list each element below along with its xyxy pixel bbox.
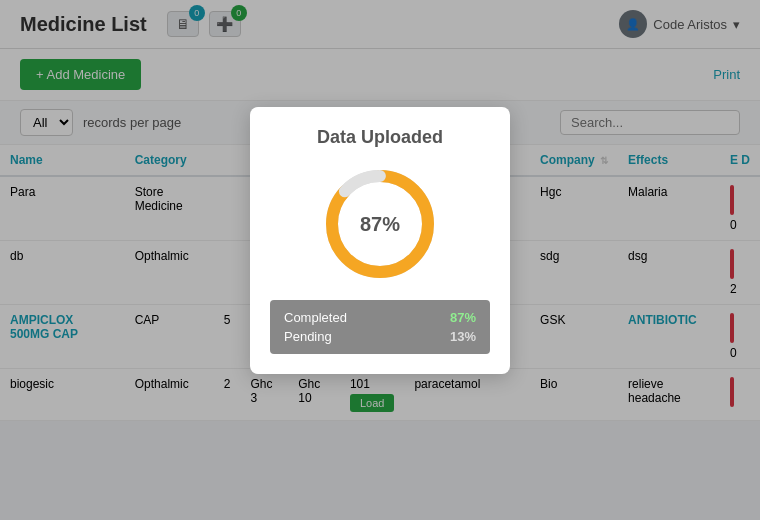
donut-label: 87% — [360, 212, 400, 235]
completed-pct: 87% — [450, 310, 476, 325]
modal-title: Data Uploaded — [270, 127, 490, 148]
pending-pct: 13% — [450, 329, 476, 344]
pending-label: Pending — [284, 329, 332, 344]
completed-row: Completed 87% — [284, 310, 476, 325]
pending-row: Pending 13% — [284, 329, 476, 344]
completed-label: Completed — [284, 310, 347, 325]
progress-section: Completed 87% Pending 13% — [270, 300, 490, 354]
upload-modal: Data Uploaded 87% Completed 87% Pending … — [250, 107, 510, 374]
modal-overlay: Data Uploaded 87% Completed 87% Pending … — [0, 0, 760, 520]
donut-chart: 87% — [320, 164, 440, 284]
